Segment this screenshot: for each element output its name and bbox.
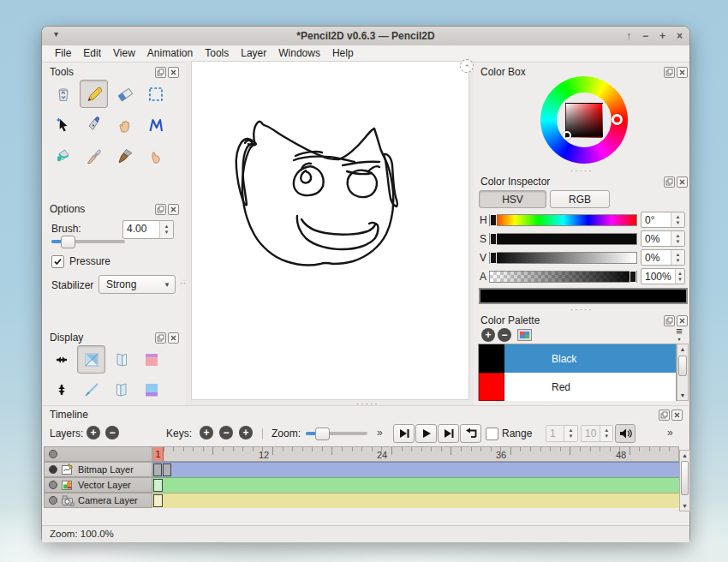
remove-color-button[interactable]: −	[498, 328, 511, 342]
float-panel-icon[interactable]	[155, 204, 166, 215]
bitmap-track[interactable]	[152, 462, 679, 477]
vector-track[interactable]	[152, 477, 679, 493]
keyframe[interactable]	[153, 479, 163, 492]
float-panel-icon[interactable]	[664, 67, 675, 78]
tool-pen-button[interactable]	[80, 111, 108, 139]
add-color-button[interactable]: +	[481, 328, 495, 342]
value-slider[interactable]	[489, 252, 637, 264]
menu-view[interactable]: View	[107, 45, 141, 62]
menu-help[interactable]: Help	[326, 45, 360, 62]
remove-layer-button[interactable]: −	[105, 426, 119, 439]
brush-size-spinbox[interactable]: 4.00 ▲▼	[122, 220, 174, 239]
float-panel-icon[interactable]	[664, 176, 675, 188]
menu-windows[interactable]: Windows	[272, 45, 326, 62]
float-panel-icon[interactable]	[664, 315, 675, 326]
keyframe[interactable]	[163, 463, 171, 476]
close-panel-icon[interactable]	[677, 67, 688, 78]
tool-hand-button[interactable]	[110, 111, 139, 139]
close-panel-icon[interactable]	[677, 176, 688, 188]
menu-file[interactable]: File	[49, 45, 77, 62]
palette-item-red[interactable]: Red	[479, 373, 676, 401]
tool-select-button[interactable]	[141, 80, 170, 108]
timeline-vscrollbar[interactable]: ▲ ▼	[679, 450, 690, 511]
menu-layer[interactable]: Layer	[235, 45, 272, 62]
tool-pencil-button[interactable]	[80, 80, 108, 108]
menu-animation[interactable]: Animation	[141, 45, 199, 62]
tool-polyline-button[interactable]	[141, 111, 170, 139]
tool-eyedropper-button[interactable]	[80, 141, 108, 170]
frame-ruler[interactable]: 1 12 24 36 48	[152, 446, 679, 462]
tool-eraser-button[interactable]	[110, 80, 139, 108]
mirror-button[interactable]	[77, 345, 105, 374]
scrollbar-thumb[interactable]	[681, 461, 689, 495]
camera-track[interactable]	[152, 493, 679, 508]
title-bar[interactable]: ▾ *Pencil2D v0.6.3 — Pencil2D ↑ − + ×	[42, 27, 689, 46]
loop-button[interactable]	[460, 424, 481, 443]
onion-previous-color-button[interactable]	[137, 345, 165, 374]
play-button[interactable]	[415, 424, 437, 443]
scroll-up-icon[interactable]: ▲	[677, 346, 688, 352]
value-spinbox[interactable]: 0%▲▼	[641, 249, 685, 266]
saturation-spinbox[interactable]: 0%▲▼	[641, 230, 685, 247]
slider-handle[interactable]	[315, 427, 330, 440]
rgb-mode-button[interactable]: RGB	[550, 190, 610, 208]
toolbar-overflow-icon[interactable]: »	[667, 427, 673, 439]
layer-row-vector[interactable]: Vector Layer	[44, 477, 152, 493]
tool-brush-button[interactable]	[110, 141, 139, 170]
float-panel-icon[interactable]	[155, 332, 166, 344]
flip-horizontal-button[interactable]	[47, 345, 75, 374]
timeline-zoom-slider[interactable]	[306, 432, 367, 435]
slider-handle[interactable]	[490, 233, 497, 245]
saturation-value-square[interactable]	[565, 103, 603, 138]
spin-arrows[interactable]: ▲▼	[159, 221, 173, 238]
tool-clear-button[interactable]	[49, 80, 77, 108]
hsv-mode-button[interactable]: HSV	[479, 190, 546, 208]
menu-tools[interactable]: Tools	[199, 45, 235, 62]
tool-smudge-button[interactable]	[141, 141, 170, 170]
hue-slider[interactable]	[489, 214, 637, 226]
shade-button[interactable]: ↑	[626, 30, 631, 42]
sv-square-indicator[interactable]	[563, 131, 571, 140]
minimize-button[interactable]: −	[642, 30, 648, 42]
scroll-down-icon[interactable]: ▼	[680, 503, 689, 509]
splitter-handle[interactable]: ·····	[570, 308, 594, 313]
slider-handle[interactable]	[61, 236, 75, 248]
palette-item-black[interactable]: Black	[479, 344, 676, 373]
toolbar-overflow-icon[interactable]: »	[377, 427, 383, 439]
maximize-button[interactable]: +	[659, 30, 665, 42]
add-layer-button[interactable]: +	[87, 426, 100, 439]
remove-keyframe-button[interactable]: −	[219, 426, 233, 439]
swatch-view-button[interactable]	[517, 329, 532, 341]
float-panel-icon[interactable]	[659, 410, 670, 421]
splitter-handle[interactable]: ·····	[570, 169, 594, 174]
slider-handle[interactable]	[490, 214, 497, 226]
close-panel-icon[interactable]	[671, 410, 683, 421]
onion-skin-next-button[interactable]	[107, 375, 135, 404]
add-keyframe-button[interactable]: +	[200, 426, 213, 439]
tool-move-button[interactable]	[49, 111, 77, 139]
duplicate-keyframe-button[interactable]: +	[239, 426, 253, 439]
onion-next-color-button[interactable]	[137, 375, 165, 404]
hue-spinbox[interactable]: 0°▲▼	[641, 212, 685, 228]
sound-button[interactable]	[615, 424, 636, 443]
visibility-dot[interactable]	[49, 465, 57, 474]
palette-scrollbar[interactable]: ▲ ▼	[677, 344, 689, 401]
next-frame-button[interactable]	[438, 424, 459, 443]
range-checkbox[interactable]	[486, 427, 498, 440]
mirror-diagonal-button[interactable]	[77, 375, 105, 404]
menu-edit[interactable]: Edit	[77, 45, 107, 62]
float-panel-icon[interactable]	[155, 67, 166, 78]
close-panel-icon[interactable]	[168, 67, 179, 78]
visibility-dot[interactable]	[49, 496, 57, 505]
close-button[interactable]: ×	[677, 30, 683, 42]
hue-ring-indicator[interactable]	[612, 114, 623, 125]
slider-handle[interactable]	[490, 252, 497, 264]
onion-skin-previous-button[interactable]	[107, 345, 135, 374]
slider-handle[interactable]	[630, 271, 636, 283]
close-panel-icon[interactable]	[168, 204, 179, 215]
current-frame-marker[interactable]: 1	[153, 447, 164, 461]
keyframe[interactable]	[153, 494, 163, 507]
palette-menu-button[interactable]: ≡▾	[672, 326, 686, 341]
saturation-slider[interactable]	[489, 233, 637, 245]
close-panel-icon[interactable]	[168, 332, 179, 344]
